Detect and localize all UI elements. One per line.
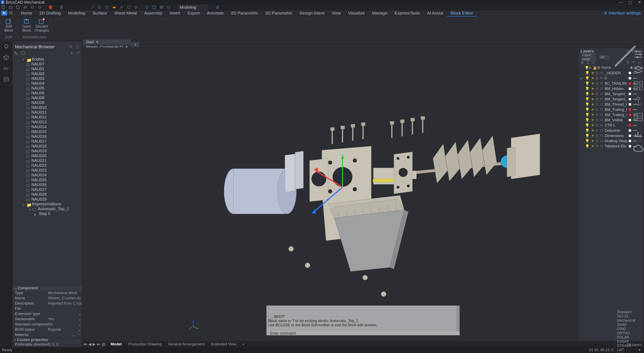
status-toggle-tile[interactable]: TILE — [615, 352, 637, 353]
ribbon-tab-export[interactable]: Export — [184, 10, 204, 16]
add-layer-icon[interactable] — [580, 61, 584, 64]
visibility-icon[interactable]: 💡 — [585, 139, 590, 143]
prop-value[interactable]: No — [48, 322, 77, 327]
freeze-icon[interactable]: ☀ — [591, 144, 594, 148]
ribbon-tab-visualize[interactable]: Visualize — [344, 10, 369, 16]
freeze-icon[interactable]: ☀ — [591, 139, 594, 143]
plot-icon[interactable] — [600, 128, 603, 133]
prop-value[interactable]: 0, 0, 0 — [48, 342, 82, 347]
minimize-icon[interactable]: — — [619, 0, 623, 5]
status-toggle-polar[interactable]: POLAR — [615, 335, 637, 340]
layerfilter-combo[interactable]: All — [598, 55, 610, 60]
layout-tab[interactable]: General Arrangement — [165, 342, 208, 346]
layer-name[interactable]: Drafting Viewp — [605, 139, 627, 143]
save-icon[interactable] — [16, 5, 20, 9]
tree-node[interactable]: ⌵Automatic_Top_1 — [12, 206, 82, 211]
lock-icon[interactable] — [596, 118, 599, 122]
layer-name[interactable]: BC_TRAILING_ — [605, 81, 627, 86]
ribbon-tab-sheet-metal[interactable]: Sheet Metal — [111, 10, 140, 16]
new-tab-button[interactable]: ＋ — [132, 42, 139, 47]
tree-node[interactable]: NAU028 — [12, 192, 82, 197]
layer-name[interactable]: BM_Hidden — [605, 87, 627, 91]
ribbon-tab-assembly[interactable]: Assembly — [140, 10, 166, 16]
tool-icon[interactable] — [98, 5, 102, 9]
layer-color[interactable] — [628, 87, 631, 90]
component-tree[interactable]: ›📁BodiesNAU07NAU01NAU02NAU03NAU04NAU05NA… — [12, 56, 82, 286]
layer-name[interactable]: Titleblock Ele — [605, 144, 627, 148]
plot-icon[interactable] — [600, 102, 603, 107]
status-toggle-iso-25[interactable]: ISO-25 — [615, 314, 637, 319]
props-section-header[interactable]: ⌵Component — [12, 286, 82, 290]
model-view[interactable] — [82, 47, 644, 341]
new-icon[interactable] — [2, 5, 5, 9]
filter-icon[interactable] — [626, 61, 630, 64]
layer-color[interactable] — [628, 98, 631, 101]
add-layout-button[interactable]: ＋ — [240, 342, 247, 347]
expand-icon[interactable] — [70, 51, 74, 55]
ribbon-tab-surface[interactable]: Surface — [89, 10, 110, 16]
tree-node[interactable]: NAU07 — [12, 61, 82, 66]
close-icon[interactable]: ✕ — [96, 40, 99, 44]
plot-icon[interactable] — [600, 108, 603, 112]
lock-icon[interactable] — [596, 97, 599, 101]
table-icon[interactable] — [633, 111, 644, 123]
plot-icon[interactable] — [600, 123, 603, 127]
prop-value[interactable]: Alberts_Crusher-AI-1 — [48, 296, 82, 300]
tree-node[interactable]: NAU05 — [12, 86, 82, 90]
layer-name[interactable]: BM_Tangent_F — [605, 92, 627, 96]
ribbon-tab-manage[interactable]: Manage — [368, 10, 391, 16]
layer-color[interactable] — [628, 134, 631, 137]
edit-icon[interactable] — [76, 51, 80, 55]
tree-node[interactable]: ⌵📁Representations — [12, 202, 82, 206]
ribbon-tab-block-editor[interactable]: Block Editor — [447, 10, 477, 16]
layout-tab[interactable]: Production Drawing — [125, 342, 165, 346]
visibility-icon[interactable]: 💡 — [585, 92, 590, 96]
app-menu-button[interactable]: A ▾ — [1, 11, 7, 15]
visibility-icon[interactable]: 💡 — [585, 144, 590, 148]
tree-node[interactable]: NAU01 — [12, 66, 82, 71]
plot-icon[interactable] — [600, 87, 603, 91]
ribbon-tab-annotate[interactable]: Annotate — [203, 10, 228, 16]
freeze-icon[interactable]: ☀ — [591, 123, 594, 127]
tree-node[interactable]: NAU09 — [12, 100, 82, 105]
tree-node[interactable]: NAU027 — [12, 187, 82, 192]
ribbon-tab-expresstools[interactable]: ExpressTools — [391, 10, 424, 16]
freeze-icon[interactable]: ☀ — [591, 86, 594, 91]
document-tab[interactable]: Start✕ — [83, 39, 131, 45]
tree-node[interactable]: NAU029 — [12, 197, 82, 202]
plot-icon[interactable] — [600, 144, 603, 148]
layer-name[interactable]: Defpoints — [605, 128, 627, 133]
cube-icon[interactable] — [4, 55, 9, 60]
plot-icon[interactable] — [600, 134, 603, 138]
command-scrollbar[interactable] — [456, 306, 460, 331]
freeze-icon[interactable]: ☀ — [591, 102, 594, 107]
visibility-icon[interactable]: 💡 — [585, 71, 590, 75]
next-layout-icon[interactable]: ▶ — [92, 342, 96, 347]
layer-color[interactable] — [628, 119, 631, 121]
freeze-icon[interactable]: ☀ — [591, 76, 594, 80]
layer-name[interactable]: 0 — [605, 76, 627, 80]
layer-color[interactable] — [628, 92, 631, 95]
tree-node[interactable]: NAU017 — [12, 139, 82, 144]
ribbon-tab-insert[interactable]: Insert — [166, 10, 184, 16]
record-icon[interactable] — [49, 6, 52, 9]
layer-color[interactable] — [628, 72, 631, 74]
lock-icon[interactable] — [596, 113, 599, 117]
tree-node[interactable]: NAU013 — [12, 119, 82, 124]
filter-icon[interactable] — [21, 51, 24, 55]
tool-icon[interactable] — [120, 5, 123, 9]
tree-node[interactable]: NAU012 — [12, 115, 82, 119]
open-icon[interactable] — [9, 5, 12, 9]
visibility-icon[interactable]: 💡 — [585, 86, 590, 91]
tree-node[interactable]: NAU018 — [12, 144, 82, 148]
visibility-icon[interactable]: 💡 — [585, 118, 590, 122]
tree-node[interactable]: NAU022 — [12, 163, 82, 168]
layer-color[interactable] — [628, 129, 631, 132]
tree-node[interactable]: NAU023 — [12, 168, 82, 173]
layer-name[interactable]: BM_Trailing_F — [605, 108, 627, 112]
lock-icon[interactable] — [596, 87, 599, 91]
lock-icon[interactable] — [596, 139, 599, 143]
ribbon-tab-design-intent[interactable]: Design Intent — [296, 10, 328, 16]
freeze-icon[interactable]: ☀ — [591, 113, 594, 117]
tree-node[interactable]: NAU04 — [12, 81, 82, 86]
